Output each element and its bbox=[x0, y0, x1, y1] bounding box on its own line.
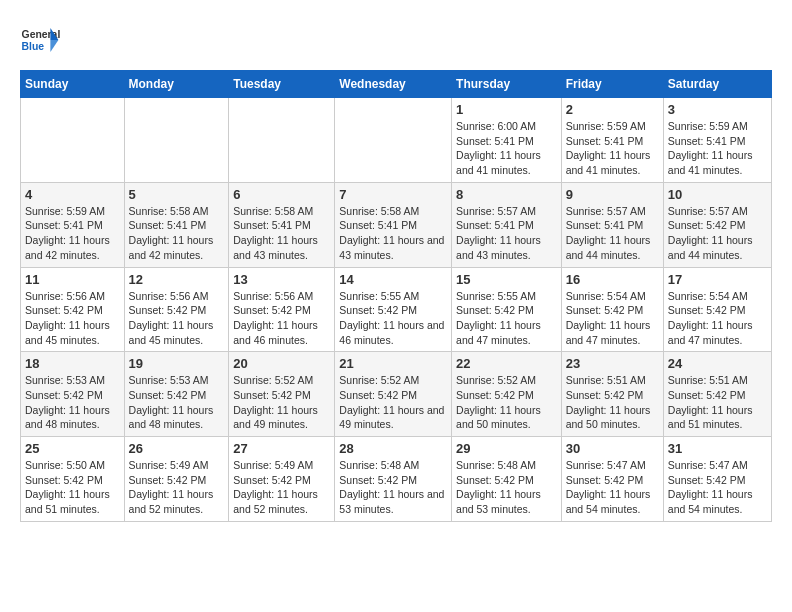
calendar-table: SundayMondayTuesdayWednesdayThursdayFrid… bbox=[20, 70, 772, 522]
day-info: Sunrise: 5:57 AMSunset: 5:41 PMDaylight:… bbox=[566, 204, 659, 263]
day-header-sunday: Sunday bbox=[21, 71, 125, 98]
day-header-wednesday: Wednesday bbox=[335, 71, 452, 98]
calendar-cell bbox=[21, 98, 125, 183]
calendar-cell: 26 Sunrise: 5:49 AMSunset: 5:42 PMDaylig… bbox=[124, 437, 229, 522]
day-info: Sunrise: 5:48 AMSunset: 5:42 PMDaylight:… bbox=[339, 458, 447, 517]
calendar-body: 1 Sunrise: 6:00 AMSunset: 5:41 PMDayligh… bbox=[21, 98, 772, 522]
day-number: 8 bbox=[456, 187, 557, 202]
day-info: Sunrise: 5:51 AMSunset: 5:42 PMDaylight:… bbox=[566, 373, 659, 432]
calendar-cell: 23 Sunrise: 5:51 AMSunset: 5:42 PMDaylig… bbox=[561, 352, 663, 437]
day-info: Sunrise: 5:59 AMSunset: 5:41 PMDaylight:… bbox=[668, 119, 767, 178]
calendar-cell: 10 Sunrise: 5:57 AMSunset: 5:42 PMDaylig… bbox=[663, 182, 771, 267]
calendar-cell: 6 Sunrise: 5:58 AMSunset: 5:41 PMDayligh… bbox=[229, 182, 335, 267]
day-number: 29 bbox=[456, 441, 557, 456]
day-info: Sunrise: 5:49 AMSunset: 5:42 PMDaylight:… bbox=[233, 458, 330, 517]
day-number: 15 bbox=[456, 272, 557, 287]
day-number: 24 bbox=[668, 356, 767, 371]
day-number: 1 bbox=[456, 102, 557, 117]
svg-text:Blue: Blue bbox=[22, 41, 45, 52]
day-info: Sunrise: 5:58 AMSunset: 5:41 PMDaylight:… bbox=[233, 204, 330, 263]
day-number: 10 bbox=[668, 187, 767, 202]
calendar-cell: 19 Sunrise: 5:53 AMSunset: 5:42 PMDaylig… bbox=[124, 352, 229, 437]
calendar-week-2: 4 Sunrise: 5:59 AMSunset: 5:41 PMDayligh… bbox=[21, 182, 772, 267]
calendar-cell bbox=[335, 98, 452, 183]
day-number: 2 bbox=[566, 102, 659, 117]
day-number: 16 bbox=[566, 272, 659, 287]
day-number: 27 bbox=[233, 441, 330, 456]
day-number: 7 bbox=[339, 187, 447, 202]
day-number: 21 bbox=[339, 356, 447, 371]
calendar-cell: 12 Sunrise: 5:56 AMSunset: 5:42 PMDaylig… bbox=[124, 267, 229, 352]
calendar-cell: 21 Sunrise: 5:52 AMSunset: 5:42 PMDaylig… bbox=[335, 352, 452, 437]
day-info: Sunrise: 5:53 AMSunset: 5:42 PMDaylight:… bbox=[129, 373, 225, 432]
day-number: 17 bbox=[668, 272, 767, 287]
day-info: Sunrise: 5:59 AMSunset: 5:41 PMDaylight:… bbox=[566, 119, 659, 178]
day-info: Sunrise: 5:51 AMSunset: 5:42 PMDaylight:… bbox=[668, 373, 767, 432]
calendar-cell: 18 Sunrise: 5:53 AMSunset: 5:42 PMDaylig… bbox=[21, 352, 125, 437]
day-number: 19 bbox=[129, 356, 225, 371]
day-header-tuesday: Tuesday bbox=[229, 71, 335, 98]
day-info: Sunrise: 5:47 AMSunset: 5:42 PMDaylight:… bbox=[566, 458, 659, 517]
day-number: 26 bbox=[129, 441, 225, 456]
logo: General Blue bbox=[20, 20, 60, 60]
calendar-cell: 14 Sunrise: 5:55 AMSunset: 5:42 PMDaylig… bbox=[335, 267, 452, 352]
calendar-week-1: 1 Sunrise: 6:00 AMSunset: 5:41 PMDayligh… bbox=[21, 98, 772, 183]
calendar-cell: 31 Sunrise: 5:47 AMSunset: 5:42 PMDaylig… bbox=[663, 437, 771, 522]
day-info: Sunrise: 6:00 AMSunset: 5:41 PMDaylight:… bbox=[456, 119, 557, 178]
day-number: 28 bbox=[339, 441, 447, 456]
calendar-cell: 22 Sunrise: 5:52 AMSunset: 5:42 PMDaylig… bbox=[452, 352, 562, 437]
calendar-cell bbox=[229, 98, 335, 183]
calendar-cell: 20 Sunrise: 5:52 AMSunset: 5:42 PMDaylig… bbox=[229, 352, 335, 437]
day-info: Sunrise: 5:49 AMSunset: 5:42 PMDaylight:… bbox=[129, 458, 225, 517]
calendar-header-row: SundayMondayTuesdayWednesdayThursdayFrid… bbox=[21, 71, 772, 98]
day-info: Sunrise: 5:58 AMSunset: 5:41 PMDaylight:… bbox=[339, 204, 447, 263]
day-info: Sunrise: 5:57 AMSunset: 5:41 PMDaylight:… bbox=[456, 204, 557, 263]
day-header-friday: Friday bbox=[561, 71, 663, 98]
day-number: 5 bbox=[129, 187, 225, 202]
calendar-cell: 25 Sunrise: 5:50 AMSunset: 5:42 PMDaylig… bbox=[21, 437, 125, 522]
calendar-cell: 3 Sunrise: 5:59 AMSunset: 5:41 PMDayligh… bbox=[663, 98, 771, 183]
day-info: Sunrise: 5:57 AMSunset: 5:42 PMDaylight:… bbox=[668, 204, 767, 263]
day-info: Sunrise: 5:48 AMSunset: 5:42 PMDaylight:… bbox=[456, 458, 557, 517]
day-info: Sunrise: 5:56 AMSunset: 5:42 PMDaylight:… bbox=[25, 289, 120, 348]
day-info: Sunrise: 5:47 AMSunset: 5:42 PMDaylight:… bbox=[668, 458, 767, 517]
day-info: Sunrise: 5:55 AMSunset: 5:42 PMDaylight:… bbox=[456, 289, 557, 348]
day-number: 6 bbox=[233, 187, 330, 202]
day-number: 4 bbox=[25, 187, 120, 202]
day-header-saturday: Saturday bbox=[663, 71, 771, 98]
day-header-monday: Monday bbox=[124, 71, 229, 98]
day-info: Sunrise: 5:53 AMSunset: 5:42 PMDaylight:… bbox=[25, 373, 120, 432]
calendar-cell: 30 Sunrise: 5:47 AMSunset: 5:42 PMDaylig… bbox=[561, 437, 663, 522]
day-header-thursday: Thursday bbox=[452, 71, 562, 98]
calendar-cell: 27 Sunrise: 5:49 AMSunset: 5:42 PMDaylig… bbox=[229, 437, 335, 522]
calendar-cell: 24 Sunrise: 5:51 AMSunset: 5:42 PMDaylig… bbox=[663, 352, 771, 437]
calendar-cell: 9 Sunrise: 5:57 AMSunset: 5:41 PMDayligh… bbox=[561, 182, 663, 267]
day-info: Sunrise: 5:59 AMSunset: 5:41 PMDaylight:… bbox=[25, 204, 120, 263]
logo-icon: General Blue bbox=[20, 20, 60, 60]
day-number: 30 bbox=[566, 441, 659, 456]
day-number: 12 bbox=[129, 272, 225, 287]
calendar-cell: 11 Sunrise: 5:56 AMSunset: 5:42 PMDaylig… bbox=[21, 267, 125, 352]
calendar-week-3: 11 Sunrise: 5:56 AMSunset: 5:42 PMDaylig… bbox=[21, 267, 772, 352]
day-info: Sunrise: 5:52 AMSunset: 5:42 PMDaylight:… bbox=[456, 373, 557, 432]
day-number: 13 bbox=[233, 272, 330, 287]
page-header: General Blue bbox=[20, 20, 772, 60]
svg-marker-3 bbox=[50, 40, 58, 52]
calendar-cell: 7 Sunrise: 5:58 AMSunset: 5:41 PMDayligh… bbox=[335, 182, 452, 267]
calendar-cell: 1 Sunrise: 6:00 AMSunset: 5:41 PMDayligh… bbox=[452, 98, 562, 183]
day-number: 14 bbox=[339, 272, 447, 287]
day-number: 9 bbox=[566, 187, 659, 202]
day-number: 31 bbox=[668, 441, 767, 456]
calendar-week-5: 25 Sunrise: 5:50 AMSunset: 5:42 PMDaylig… bbox=[21, 437, 772, 522]
calendar-cell: 2 Sunrise: 5:59 AMSunset: 5:41 PMDayligh… bbox=[561, 98, 663, 183]
day-number: 18 bbox=[25, 356, 120, 371]
day-number: 22 bbox=[456, 356, 557, 371]
calendar-week-4: 18 Sunrise: 5:53 AMSunset: 5:42 PMDaylig… bbox=[21, 352, 772, 437]
calendar-cell: 5 Sunrise: 5:58 AMSunset: 5:41 PMDayligh… bbox=[124, 182, 229, 267]
day-info: Sunrise: 5:54 AMSunset: 5:42 PMDaylight:… bbox=[566, 289, 659, 348]
day-number: 3 bbox=[668, 102, 767, 117]
calendar-cell: 8 Sunrise: 5:57 AMSunset: 5:41 PMDayligh… bbox=[452, 182, 562, 267]
calendar-cell: 17 Sunrise: 5:54 AMSunset: 5:42 PMDaylig… bbox=[663, 267, 771, 352]
calendar-cell: 29 Sunrise: 5:48 AMSunset: 5:42 PMDaylig… bbox=[452, 437, 562, 522]
calendar-cell: 16 Sunrise: 5:54 AMSunset: 5:42 PMDaylig… bbox=[561, 267, 663, 352]
